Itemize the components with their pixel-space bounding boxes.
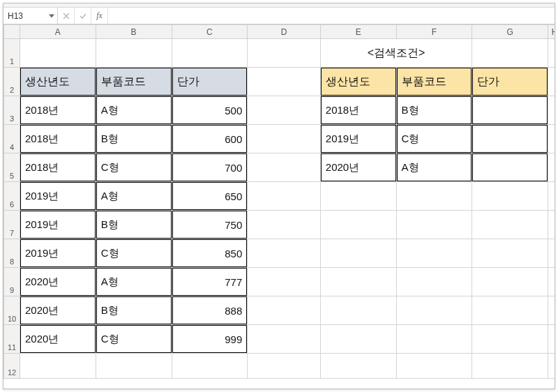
cell[interactable]: 2019년: [20, 239, 96, 268]
row-header[interactable]: 10: [4, 296, 20, 325]
cell[interactable]: [548, 296, 555, 325]
cancel-button[interactable]: [58, 8, 75, 24]
cell[interactable]: [548, 211, 555, 239]
col-header-E[interactable]: E: [320, 25, 396, 39]
cell[interactable]: 850: [172, 239, 248, 268]
row-header[interactable]: 2: [4, 68, 20, 96]
cell[interactable]: 700: [172, 153, 248, 182]
cell[interactable]: 2018년: [20, 96, 96, 125]
cell[interactable]: [472, 153, 548, 182]
cell[interactable]: 500: [172, 96, 248, 125]
cell[interactable]: 2019년: [20, 211, 96, 239]
cell[interactable]: [20, 354, 96, 379]
cell[interactable]: 2020년: [20, 325, 96, 354]
cell[interactable]: <검색조건>: [320, 39, 472, 68]
col-header-D[interactable]: D: [248, 25, 321, 39]
row-header[interactable]: 12: [4, 354, 20, 379]
row-header[interactable]: 6: [4, 182, 20, 211]
cell[interactable]: [472, 239, 548, 268]
cell[interactable]: [248, 211, 321, 239]
cell[interactable]: [396, 211, 472, 239]
formula-input[interactable]: [108, 8, 555, 24]
cell[interactable]: A형: [96, 268, 172, 296]
cell[interactable]: C형: [396, 125, 472, 153]
cell[interactable]: C형: [96, 239, 172, 268]
cell[interactable]: [396, 239, 472, 268]
cell[interactable]: 부품코드: [96, 68, 172, 96]
cell[interactable]: A형: [396, 153, 472, 182]
cell[interactable]: 2020년: [20, 296, 96, 325]
cell[interactable]: [248, 153, 321, 182]
cell[interactable]: [548, 68, 555, 96]
cell[interactable]: [472, 268, 548, 296]
cell[interactable]: [548, 268, 555, 296]
cell[interactable]: [472, 96, 548, 125]
cell[interactable]: 2019년: [20, 182, 96, 211]
name-box[interactable]: H13: [3, 8, 58, 24]
cell[interactable]: [248, 268, 321, 296]
cell[interactable]: [548, 153, 555, 182]
cell[interactable]: [248, 239, 321, 268]
row-header[interactable]: 5: [4, 153, 20, 182]
cell[interactable]: [320, 268, 396, 296]
fx-label[interactable]: fx: [91, 8, 108, 24]
cell[interactable]: 2018년: [320, 96, 396, 125]
cell[interactable]: [396, 325, 472, 354]
row-header[interactable]: 8: [4, 239, 20, 268]
select-all-corner[interactable]: [4, 25, 20, 39]
row-header[interactable]: 9: [4, 268, 20, 296]
col-header-G[interactable]: G: [472, 25, 548, 39]
cell[interactable]: [472, 39, 548, 68]
cell[interactable]: [396, 268, 472, 296]
cell[interactable]: 600: [172, 125, 248, 153]
cell[interactable]: 생산년도: [20, 68, 96, 96]
cell[interactable]: [320, 211, 396, 239]
row-header[interactable]: 1: [4, 39, 20, 68]
cell[interactable]: [472, 182, 548, 211]
row-header[interactable]: 3: [4, 96, 20, 125]
cell[interactable]: [248, 182, 321, 211]
accept-button[interactable]: [75, 8, 91, 24]
cell[interactable]: 생산년도: [320, 68, 396, 96]
cell[interactable]: [248, 354, 321, 379]
cell[interactable]: B형: [96, 125, 172, 153]
cell[interactable]: [472, 296, 548, 325]
row-header[interactable]: 11: [4, 325, 20, 354]
col-header-H[interactable]: H: [548, 25, 555, 39]
cell[interactable]: [548, 239, 555, 268]
row-header[interactable]: 7: [4, 211, 20, 239]
cell[interactable]: [172, 354, 248, 379]
spreadsheet-grid[interactable]: A B C D E F G H 1 <검색조건>: [3, 24, 555, 389]
cell[interactable]: A형: [96, 182, 172, 211]
cell[interactable]: 888: [172, 296, 248, 325]
cell[interactable]: 2020년: [320, 153, 396, 182]
cell[interactable]: 777: [172, 268, 248, 296]
cell[interactable]: 650: [172, 182, 248, 211]
cell[interactable]: [396, 354, 472, 379]
cell[interactable]: [472, 211, 548, 239]
cell[interactable]: 단가: [472, 68, 548, 96]
cell[interactable]: A형: [96, 96, 172, 125]
cell[interactable]: 750: [172, 211, 248, 239]
cell[interactable]: 999: [172, 325, 248, 354]
cell[interactable]: 단가: [172, 68, 248, 96]
col-header-B[interactable]: B: [96, 25, 172, 39]
cell[interactable]: [320, 296, 396, 325]
cell[interactable]: B형: [396, 96, 472, 125]
cell[interactable]: [472, 354, 548, 379]
cell[interactable]: [248, 39, 321, 68]
cell[interactable]: [396, 296, 472, 325]
cell[interactable]: [248, 96, 321, 125]
cell[interactable]: [96, 354, 172, 379]
cell[interactable]: B형: [96, 211, 172, 239]
cell[interactable]: C형: [96, 153, 172, 182]
cell[interactable]: [248, 325, 321, 354]
row-header[interactable]: 4: [4, 125, 20, 153]
cell[interactable]: [320, 354, 396, 379]
cell[interactable]: C형: [96, 325, 172, 354]
cell[interactable]: [20, 39, 96, 68]
cell[interactable]: [320, 325, 396, 354]
cell[interactable]: B형: [96, 296, 172, 325]
col-header-F[interactable]: F: [396, 25, 472, 39]
cell[interactable]: [472, 325, 548, 354]
